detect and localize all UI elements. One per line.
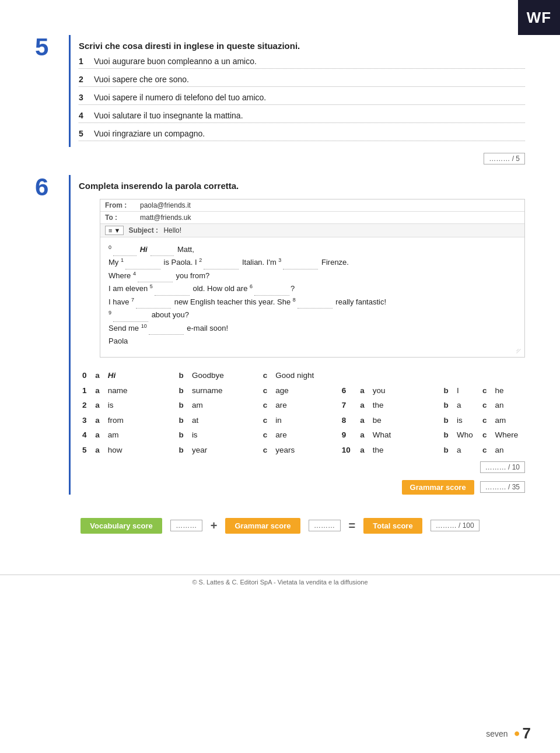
blank-10[interactable]: [149, 334, 184, 335]
choice-text: year: [188, 443, 260, 458]
section6-header: 6 Completa inserendo la parola corretta.…: [35, 175, 525, 495]
badge-text: WF: [527, 9, 551, 27]
choice-text: he: [492, 383, 525, 398]
choice-letter-b: b: [175, 383, 188, 398]
section6-title: Completa inserendo la parola corretta.: [79, 181, 525, 191]
equals-sign: =: [349, 519, 356, 533]
score10-row: ……… / 10: [79, 461, 525, 473]
choice-text: Where: [492, 428, 525, 443]
choice-text: be: [369, 413, 440, 428]
email-line-0: 0 Hi Matt,: [108, 243, 516, 256]
grammar-score-box2: ………: [309, 520, 341, 531]
choice-number: 0: [79, 368, 92, 383]
choice-text: are: [272, 428, 330, 443]
answer-line: [79, 104, 525, 105]
vocab-label: Vocabulary score: [80, 518, 162, 534]
choice-letter-c: c: [260, 428, 272, 443]
answer-line: [79, 86, 525, 87]
choice-letter-c: c: [260, 383, 272, 398]
choice-text: What: [369, 428, 440, 443]
choice-text: is: [104, 398, 176, 413]
choice-text: how: [104, 443, 176, 458]
choice-letter-b: b: [175, 443, 188, 458]
choice-text: age: [272, 383, 330, 398]
choice-letter-b: b: [440, 428, 453, 443]
section5-header: 5 Scrivi che cosa diresti in inglese in …: [35, 35, 525, 147]
blank-8[interactable]: [298, 308, 332, 309]
choice-text: an: [492, 443, 525, 458]
choice-letter-a: a: [92, 413, 104, 428]
answer-line: [79, 68, 525, 69]
email-body: 0 Hi Matt, My 1 is Paola. I 2 Italian. I…: [100, 237, 524, 357]
to-value: matt@friends.uk: [140, 213, 191, 222]
choice-letter-c: c: [479, 443, 492, 458]
choice-letter-b: b: [440, 383, 453, 398]
choice-number: 1: [79, 383, 92, 398]
grammar-label2: Grammar score: [225, 518, 300, 534]
choice-letter-b: b: [440, 398, 453, 413]
choice-letter-b: b: [440, 443, 453, 458]
choice-letter-c: c: [479, 413, 492, 428]
choice-letter-c: c: [260, 368, 272, 383]
resize-icon: [515, 348, 522, 355]
choice-text: years: [272, 443, 330, 458]
email-line-4: I have 7 new English teacher this year. …: [108, 296, 516, 309]
item-text: Vuoi sapere il numero di telefono del tu…: [94, 93, 266, 102]
choice-letter-a: a: [356, 398, 369, 413]
choice-number: 5: [79, 443, 92, 458]
choice-number: 10: [330, 443, 356, 458]
total-label: Total score: [363, 518, 422, 534]
page-dot: ●: [514, 727, 520, 740]
choice-number: 2: [79, 398, 92, 413]
choice-text: surname: [188, 383, 260, 398]
choice-letter-c: c: [260, 413, 272, 428]
score5-row: ……… / 5: [35, 153, 525, 164]
choice-letter-b: b: [175, 428, 188, 443]
email-line-7: Paola: [108, 335, 516, 348]
choice-number: 6: [330, 383, 356, 398]
item-number: 4: [79, 111, 92, 120]
item-text: Vuoi ringraziare un compagno.: [94, 129, 205, 138]
email-subject-row: ≡ ▼ Subject : Hello!: [100, 224, 524, 237]
choice-text: a: [453, 443, 479, 458]
email-from-row: From : paola@friends.it: [100, 199, 524, 212]
item-number: 2: [79, 75, 92, 84]
choice-number: 9: [330, 428, 356, 443]
choice-letter-a: a: [92, 428, 104, 443]
choice-letter-a: a: [92, 383, 104, 398]
wf-badge: WF: [518, 0, 560, 35]
item-text: Vuoi sapere che ore sono.: [94, 75, 189, 84]
email-box: From : paola@friends.it To : matt@friend…: [100, 199, 525, 358]
choice-text: Goodbye: [188, 368, 260, 383]
choice-letter-a: a: [356, 413, 369, 428]
choice-number: 7: [330, 398, 356, 413]
blank-3[interactable]: [283, 269, 318, 269]
choice-text: from: [104, 413, 176, 428]
choice-letter-a: a: [356, 383, 369, 398]
table-row: 5 a how b year c years 10 a the b a: [79, 443, 525, 458]
item-number: 5: [79, 129, 92, 138]
choice-letter-b: b: [175, 413, 188, 428]
to-label: To :: [105, 213, 140, 222]
choice-letter-b: b: [175, 398, 188, 413]
item-text: Vuoi salutare il tuo insegnante la matti…: [94, 111, 243, 120]
email-line-5: 9 about you?: [108, 309, 516, 321]
choice-text: am: [104, 428, 176, 443]
table-row: 4 a am b is c are 9 a What b Who: [79, 428, 525, 443]
choice-text: is: [188, 428, 260, 443]
grammar-score-box: ……… / 35: [480, 481, 525, 493]
grammar-score-label: Grammar score: [402, 480, 474, 495]
subject-label: Subject :: [128, 226, 163, 234]
choice-text: am: [188, 398, 260, 413]
email-to-row: To : matt@friends.uk: [100, 212, 524, 224]
item-number: 3: [79, 93, 92, 102]
choice-text: you: [369, 383, 440, 398]
choice-text: am: [492, 413, 525, 428]
list-item: 3 Vuoi sapere il numero di telefono del …: [79, 93, 525, 102]
table-row: 0 a Hi b Goodbye c Good night: [79, 368, 525, 383]
choice-letter-b: b: [175, 368, 188, 383]
footer-text: © S. Lattes & C. Editori SpA - Vietata l…: [192, 579, 368, 586]
choice-letter-a: a: [92, 443, 104, 458]
grammar-score-bar: Grammar score ……… / 35: [79, 480, 525, 495]
choice-text: Who: [453, 428, 479, 443]
